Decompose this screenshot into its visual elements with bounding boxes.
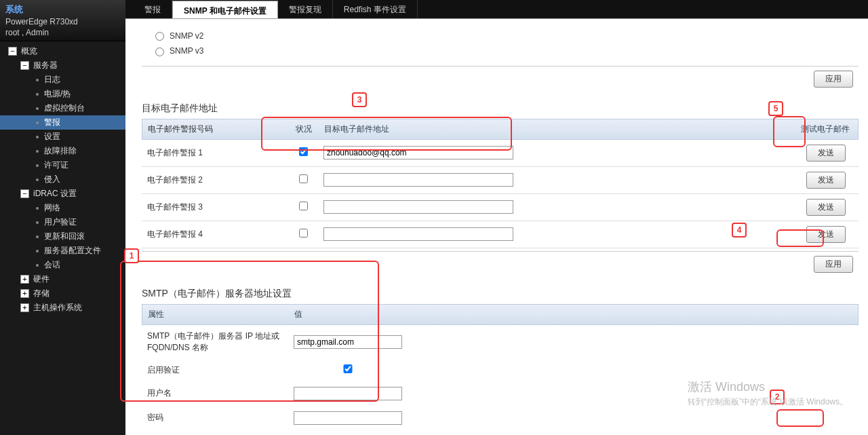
tree-label: 虚拟控制台	[44, 102, 85, 114]
email-row-label: 电子邮件警报 3	[147, 202, 283, 213]
tree-item[interactable]: 日志	[0, 73, 125, 87]
snmp-v2-radio[interactable]	[155, 32, 164, 41]
bullet-icon	[36, 136, 39, 138]
email-row: 电子邮件警报 2发送	[142, 167, 859, 194]
sidebar: 系统 PowerEdge R730xd root , Admin −概览−服务器…	[0, 0, 125, 435]
snmp-v3-label: SNMP v3	[170, 46, 203, 56]
email-send-button[interactable]: 发送	[806, 172, 846, 189]
tree-label: 侵入	[44, 174, 60, 185]
tree-item[interactable]: 许可证	[0, 158, 125, 172]
email-section-title: 目标电子邮件地址	[142, 102, 859, 115]
email-enable-checkbox[interactable]	[299, 147, 308, 156]
email-col-addr: 目标电子邮件地址	[324, 124, 798, 135]
bullet-icon	[36, 79, 39, 81]
tab-bar: 警报 SNMP 和电子邮件设置 警报复现 Redfish 事件设置	[125, 0, 868, 19]
email-apply-button[interactable]: 应用	[814, 256, 853, 273]
system-title: 系统	[5, 4, 23, 14]
tree-label: 会话	[44, 259, 60, 271]
smtp-form: SMTP（电子邮件）服务器 IP 地址或 FQDN/DNS 名称 启用验证 用户…	[142, 325, 859, 435]
email-enable-checkbox[interactable]	[299, 229, 308, 238]
tree-label: 服务器配置文件	[44, 245, 101, 257]
tree-label: 警报	[44, 117, 60, 128]
annotation-num-1: 1	[124, 248, 139, 263]
email-col-number: 电子邮件警报号码	[148, 124, 283, 135]
smtp-header: 属性 值	[142, 304, 859, 325]
smtp-server-input[interactable]	[294, 335, 402, 349]
tree-label: 更新和回滚	[44, 231, 85, 242]
tree-item[interactable]: 设置	[0, 130, 125, 144]
email-enable-checkbox[interactable]	[299, 174, 308, 183]
tree-item[interactable]: 电源/热	[0, 87, 125, 101]
tree-item[interactable]: +存储	[0, 286, 125, 301]
bullet-icon	[36, 107, 39, 110]
snmp-v2-row[interactable]: SNMP v2	[155, 29, 845, 43]
system-user: root , Admin	[5, 28, 120, 37]
email-address-input[interactable]	[323, 173, 513, 187]
tab-alert-recur[interactable]: 警报复现	[278, 0, 333, 18]
tree-item[interactable]: −iDRAC 设置	[0, 187, 125, 201]
tab-alerts[interactable]: 警报	[134, 0, 172, 18]
snmp-apply-button[interactable]: 应用	[814, 71, 853, 88]
snmp-v3-radio[interactable]	[155, 48, 164, 56]
bullet-icon	[36, 178, 39, 181]
system-model: PowerEdge R730xd	[5, 17, 120, 26]
tree-item[interactable]: +硬件	[0, 272, 125, 286]
collapse-icon[interactable]: −	[20, 189, 29, 198]
tab-snmp-email[interactable]: SNMP 和电子邮件设置	[172, 1, 278, 18]
tree-item[interactable]: +主机操作系统	[0, 301, 125, 315]
sidebar-header: 系统 PowerEdge R730xd root , Admin	[0, 0, 125, 41]
tree-item[interactable]: 网络	[0, 201, 125, 215]
tree-label: iDRAC 设置	[33, 188, 77, 200]
expand-icon[interactable]: +	[20, 303, 29, 312]
email-send-button[interactable]: 发送	[806, 199, 846, 216]
bullet-icon	[36, 121, 39, 124]
email-row: 电子邮件警报 4发送	[142, 221, 859, 248]
tree-item[interactable]: 用户验证	[0, 215, 125, 229]
email-send-button[interactable]: 发送	[806, 145, 846, 162]
tree-item[interactable]: 虚拟控制台	[0, 101, 125, 115]
email-rows: 电子邮件警报 1发送电子邮件警报 2发送电子邮件警报 3发送电子邮件警报 4发送	[142, 140, 859, 248]
tree-item[interactable]: 会话	[0, 258, 125, 272]
tree-item[interactable]: 服务器配置文件	[0, 244, 125, 258]
tree-label: 主机操作系统	[33, 302, 82, 314]
snmp-v2-label: SNMP v2	[170, 31, 203, 41]
bullet-icon	[36, 250, 39, 252]
snmp-v3-row[interactable]: SNMP v3	[155, 43, 845, 58]
email-row-label: 电子邮件警报 2	[147, 174, 283, 186]
email-address-input[interactable]	[323, 227, 513, 241]
tab-redfish[interactable]: Redfish 事件设置	[333, 0, 418, 18]
tree-label: 概览	[21, 45, 37, 57]
smtp-pass-label: 密码	[147, 412, 294, 423]
email-address-input[interactable]	[323, 146, 513, 159]
tree-label: 网络	[44, 202, 60, 214]
email-row-label: 电子邮件警报 1	[147, 147, 283, 159]
smtp-pass-input[interactable]	[294, 411, 402, 425]
collapse-icon[interactable]: −	[20, 61, 29, 70]
tree-label: 存储	[33, 288, 50, 299]
collapse-icon[interactable]: −	[8, 47, 17, 56]
bullet-icon	[36, 150, 39, 153]
smtp-user-input[interactable]	[294, 387, 402, 400]
tree-item[interactable]: 更新和回滚	[0, 229, 125, 244]
smtp-auth-label: 启用验证	[147, 364, 294, 376]
tree-item[interactable]: −服务器	[0, 58, 125, 73]
email-address-input[interactable]	[323, 200, 513, 214]
smtp-user-label: 用户名	[147, 387, 294, 399]
bullet-icon	[36, 164, 39, 167]
email-send-button[interactable]: 发送	[806, 226, 846, 243]
email-row: 电子邮件警报 1发送	[142, 140, 859, 167]
tree-label: 设置	[44, 131, 60, 143]
tree-item[interactable]: 警报	[0, 115, 125, 130]
tree-label: 服务器	[33, 60, 58, 71]
bullet-icon	[36, 235, 39, 238]
bullet-icon	[36, 264, 39, 267]
email-enable-checkbox[interactable]	[299, 202, 308, 210]
tree-label: 许可证	[44, 159, 68, 171]
tree-item[interactable]: −概览	[0, 44, 125, 58]
tree-item[interactable]: 侵入	[0, 172, 125, 187]
expand-icon[interactable]: +	[20, 289, 29, 298]
expand-icon[interactable]: +	[20, 275, 29, 284]
tree-item[interactable]: 故障排除	[0, 144, 125, 158]
bullet-icon	[36, 207, 39, 210]
smtp-auth-checkbox[interactable]	[294, 364, 402, 373]
